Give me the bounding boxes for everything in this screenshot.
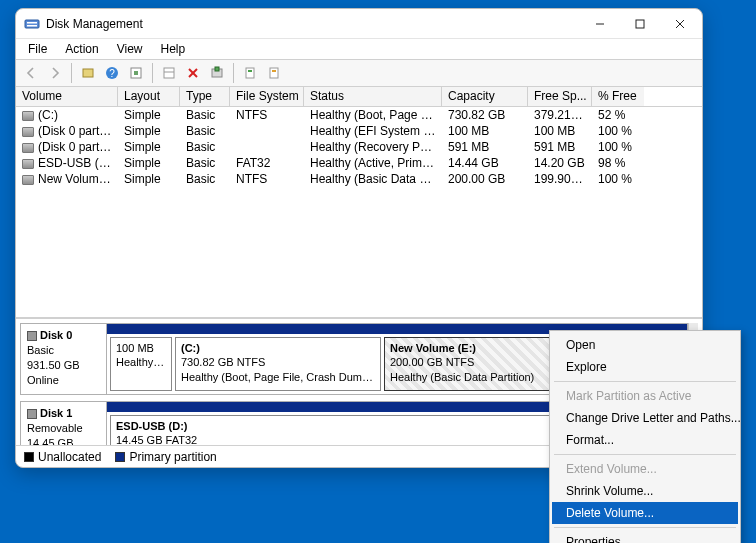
partition[interactable]: 100 MBHealthy (EFI S [110, 337, 172, 391]
svg-rect-19 [270, 68, 278, 78]
ctx-properties[interactable]: Properties [552, 531, 738, 543]
back-button[interactable] [20, 62, 42, 84]
svg-rect-20 [272, 70, 276, 72]
col-layout[interactable]: Layout [118, 87, 180, 106]
disk0-name: Disk 0 [40, 329, 72, 341]
svg-rect-16 [215, 67, 219, 71]
refresh-icon[interactable] [125, 62, 147, 84]
ctx-delete[interactable]: Delete Volume... [552, 502, 738, 524]
menu-file[interactable]: File [20, 41, 55, 57]
volume-table: Volume Layout Type File System Status Ca… [16, 87, 702, 318]
volume-icon [22, 127, 34, 137]
window-title: Disk Management [46, 17, 580, 31]
forward-button[interactable] [44, 62, 66, 84]
disk1-name: Disk 1 [40, 407, 72, 419]
menu-action[interactable]: Action [57, 41, 106, 57]
col-type[interactable]: Type [180, 87, 230, 106]
svg-rect-17 [246, 68, 254, 78]
menubar: File Action View Help [16, 39, 702, 59]
ctx-shrink[interactable]: Shrink Volume... [552, 480, 738, 502]
svg-rect-18 [248, 70, 252, 72]
svg-rect-4 [636, 20, 644, 28]
disk1-info: Disk 1 Removable 14.45 GB Online [21, 402, 107, 445]
table-header: Volume Layout Type File System Status Ca… [16, 87, 702, 107]
ctx-change-letter[interactable]: Change Drive Letter and Paths... [552, 407, 738, 429]
table-row[interactable]: New Volume (...SimpleBasicNTFSHealthy (B… [16, 171, 702, 187]
disk-icon [27, 331, 37, 341]
partition[interactable]: New Volume (E:)200.00 GB NTFSHealthy (Ba… [384, 337, 564, 391]
toolbar-icon-1[interactable] [77, 62, 99, 84]
delete-icon[interactable] [182, 62, 204, 84]
titlebar: Disk Management [16, 9, 702, 39]
table-row[interactable]: (Disk 0 partition 5)SimpleBasicHealthy (… [16, 139, 702, 155]
app-icon [24, 16, 40, 32]
disk0-type: Basic [27, 343, 100, 358]
help-icon[interactable]: ? [101, 62, 123, 84]
col-pctfree[interactable]: % Free [592, 87, 644, 106]
toolbar: ? [16, 59, 702, 87]
disk0-state: Online [27, 373, 100, 388]
disk1-size: 14.45 GB [27, 436, 100, 445]
table-body: (C:)SimpleBasicNTFSHealthy (Boot, Page F… [16, 107, 702, 187]
col-free[interactable]: Free Sp... [528, 87, 592, 106]
context-menu: Open Explore Mark Partition as Active Ch… [549, 330, 741, 543]
partition[interactable]: (C:)730.82 GB NTFSHealthy (Boot, Page Fi… [175, 337, 381, 391]
svg-rect-0 [25, 20, 39, 28]
table-row[interactable]: ESD-USB (D:)SimpleBasicFAT32Healthy (Act… [16, 155, 702, 171]
toolbar-icon-3[interactable] [206, 62, 228, 84]
maximize-button[interactable] [620, 10, 660, 38]
volume-icon [22, 175, 34, 185]
svg-rect-11 [164, 68, 174, 78]
toolbar-icon-5[interactable] [263, 62, 285, 84]
svg-rect-1 [27, 22, 37, 24]
disk-icon [27, 409, 37, 419]
menu-view[interactable]: View [109, 41, 151, 57]
menu-help[interactable]: Help [153, 41, 194, 57]
svg-rect-7 [83, 69, 93, 77]
col-capacity[interactable]: Capacity [442, 87, 528, 106]
ctx-explore[interactable]: Explore [552, 356, 738, 378]
ctx-mark-active: Mark Partition as Active [552, 385, 738, 407]
table-row[interactable]: (Disk 0 partition 1)SimpleBasicHealthy (… [16, 123, 702, 139]
toolbar-icon-2[interactable] [158, 62, 180, 84]
col-volume[interactable]: Volume [16, 87, 118, 106]
ctx-extend: Extend Volume... [552, 458, 738, 480]
toolbar-icon-4[interactable] [239, 62, 261, 84]
col-status[interactable]: Status [304, 87, 442, 106]
svg-text:?: ? [109, 68, 115, 79]
ctx-format[interactable]: Format... [552, 429, 738, 451]
close-button[interactable] [660, 10, 700, 38]
legend-primary: Primary partition [115, 450, 216, 464]
col-filesystem[interactable]: File System [230, 87, 304, 106]
ctx-open[interactable]: Open [552, 334, 738, 356]
minimize-button[interactable] [580, 10, 620, 38]
svg-rect-2 [27, 25, 37, 27]
disk0-size: 931.50 GB [27, 358, 100, 373]
disk1-type: Removable [27, 421, 100, 436]
volume-icon [22, 111, 34, 121]
table-row[interactable]: (C:)SimpleBasicNTFSHealthy (Boot, Page F… [16, 107, 702, 123]
volume-icon [22, 143, 34, 153]
legend-unallocated: Unallocated [24, 450, 101, 464]
volume-icon [22, 159, 34, 169]
disk0-info: Disk 0 Basic 931.50 GB Online [21, 324, 107, 394]
